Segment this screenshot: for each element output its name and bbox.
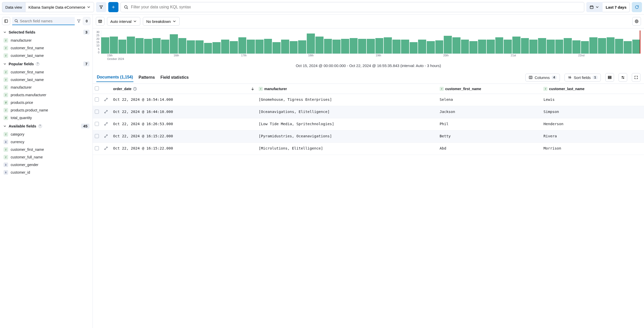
histogram-chart[interactable]: 302520151050 15th16th17th18th19th20th21s…	[93, 28, 644, 71]
query-input[interactable]	[131, 5, 581, 9]
chart-bar[interactable]	[512, 37, 520, 54]
chart-bar[interactable]	[161, 40, 169, 54]
chart-bar[interactable]	[427, 41, 435, 54]
field-item[interactable]: tmanufacturer	[0, 37, 93, 44]
row-checkbox[interactable]	[95, 122, 99, 126]
chart-bar[interactable]	[144, 39, 152, 54]
expand-icon[interactable]	[104, 122, 108, 126]
chart-bar[interactable]	[538, 38, 546, 54]
chart-bar[interactable]	[290, 41, 298, 54]
filter-button[interactable]	[96, 2, 106, 12]
chart-bar[interactable]	[555, 40, 563, 54]
chart-bar[interactable]	[350, 38, 358, 54]
chart-bar[interactable]	[272, 42, 281, 54]
chart-bar[interactable]	[367, 39, 375, 54]
chart-bar[interactable]	[135, 38, 144, 54]
selected-fields-header[interactable]: Selected fields 3	[0, 28, 93, 37]
field-item[interactable]: kcustomer_gender	[0, 161, 93, 169]
chart-bar[interactable]	[572, 40, 580, 54]
columns-button[interactable]: Columns 4	[525, 74, 560, 81]
expand-icon[interactable]	[104, 134, 108, 138]
field-item[interactable]: tcustomer_last_name	[0, 76, 93, 84]
chart-bar[interactable]	[230, 41, 238, 54]
chart-bar[interactable]	[170, 34, 178, 54]
chart-bar[interactable]	[495, 37, 503, 54]
popular-fields-header[interactable]: Popular fields ? 7	[0, 59, 93, 68]
expand-icon[interactable]	[104, 110, 108, 114]
select-all-checkbox[interactable]	[95, 86, 99, 90]
chart-bar[interactable]	[152, 38, 161, 54]
density-button[interactable]	[605, 73, 614, 82]
column-header-order-date[interactable]: order_date	[111, 84, 257, 94]
chart-bar[interactable]	[392, 40, 401, 54]
chart-bar[interactable]	[281, 40, 289, 54]
field-item[interactable]: tcategory	[0, 130, 93, 138]
chart-bar[interactable]	[110, 37, 118, 54]
chart-bar[interactable]	[487, 40, 495, 54]
data-view-name-button[interactable]: Kibana Sample Data eCommerce	[25, 2, 94, 12]
row-checkbox[interactable]	[95, 134, 99, 138]
chart-bar[interactable]	[469, 41, 478, 54]
column-header-customer-last-name[interactable]: tcustomer_last_name	[541, 84, 644, 94]
help-icon[interactable]: ?	[38, 124, 42, 128]
field-item[interactable]: kcustomer_id	[0, 169, 93, 176]
chart-bar[interactable]	[452, 37, 461, 54]
chart-bar[interactable]	[444, 36, 452, 54]
chart-bar[interactable]	[504, 40, 512, 54]
refresh-button[interactable]	[632, 2, 642, 12]
available-fields-header[interactable]: Available fields ? 45	[0, 122, 93, 130]
chart-bar[interactable]	[324, 39, 332, 54]
field-item[interactable]: tcustomer_first_name	[0, 68, 93, 76]
chart-bar[interactable]	[410, 42, 418, 54]
chart-bar[interactable]	[298, 40, 306, 54]
expand-icon[interactable]	[104, 146, 108, 150]
chart-bar[interactable]	[247, 40, 255, 54]
field-item[interactable]: #total_quantity	[0, 114, 93, 122]
field-item[interactable]: kcurrency	[0, 138, 93, 146]
chart-bar[interactable]	[607, 37, 615, 54]
chart-bar[interactable]	[375, 38, 384, 54]
chart-bar[interactable]	[589, 37, 597, 54]
row-checkbox[interactable]	[95, 97, 99, 102]
chart-bar[interactable]	[615, 39, 623, 54]
field-search[interactable]	[12, 17, 75, 25]
data-view-button[interactable]: Data view	[2, 2, 25, 12]
chart-bar[interactable]	[315, 37, 324, 54]
column-header-manufacturer[interactable]: tmanufacturer	[257, 84, 438, 94]
chart-bars[interactable]	[101, 30, 640, 54]
add-filter-button[interactable]	[108, 2, 118, 12]
chart-bar[interactable]	[212, 42, 221, 54]
chart-bar[interactable]	[418, 40, 426, 54]
chart-bar[interactable]	[401, 40, 409, 54]
sort-fields-button[interactable]: Sort fields 1	[564, 74, 601, 81]
chart-bar[interactable]	[238, 37, 247, 54]
display-settings-button[interactable]	[619, 73, 627, 82]
field-search-input[interactable]	[20, 19, 73, 23]
chart-bar[interactable]	[204, 43, 212, 54]
date-picker-button[interactable]	[586, 2, 603, 12]
chart-bar[interactable]	[581, 41, 589, 54]
chart-bar[interactable]	[461, 40, 469, 54]
chart-bar[interactable]	[187, 40, 195, 54]
chart-bar[interactable]	[384, 37, 392, 54]
interval-selector[interactable]: Auto interval	[107, 17, 140, 26]
chart-bar[interactable]	[341, 39, 349, 54]
tab-patterns[interactable]: Patterns	[138, 73, 155, 82]
breakdown-selector[interactable]: No breakdown	[143, 17, 180, 26]
tab-documents[interactable]: Documents (1,154)	[96, 73, 133, 82]
field-item[interactable]: tmanufacturer	[0, 84, 93, 91]
chart-bar[interactable]	[178, 38, 187, 54]
chart-bar[interactable]	[307, 34, 315, 54]
chart-bar[interactable]	[332, 40, 341, 54]
chart-bar[interactable]	[564, 38, 572, 54]
query-bar[interactable]	[120, 2, 584, 12]
field-item[interactable]: tcustomer_last_name	[0, 52, 93, 59]
chart-bar[interactable]	[598, 38, 606, 54]
chart-bar[interactable]	[478, 40, 486, 54]
field-item[interactable]: tcustomer_full_name	[0, 153, 93, 161]
histogram-toggle-button[interactable]	[96, 17, 104, 26]
help-icon[interactable]: ?	[36, 62, 39, 66]
chart-bar[interactable]	[118, 40, 127, 54]
chart-bar[interactable]	[521, 38, 529, 54]
collapse-sidebar-button[interactable]	[2, 17, 10, 25]
